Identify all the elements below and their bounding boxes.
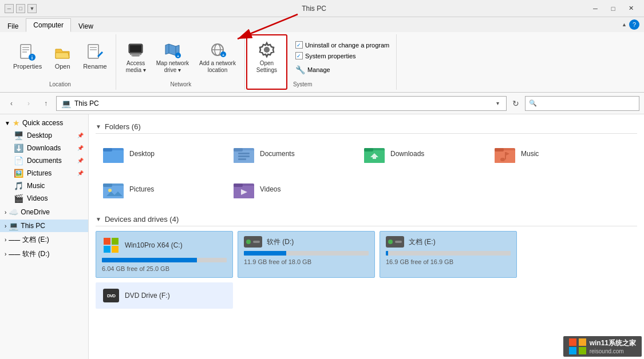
hdd-icon-e	[386, 236, 404, 248]
folder-item-desktop[interactable]: Desktop	[96, 138, 222, 169]
manage-check[interactable]: 🔧 Manage	[293, 64, 333, 75]
folder-item-music[interactable]: Music	[487, 138, 613, 169]
folders-section-header: ▼ Folders (6)	[96, 119, 637, 134]
folder-item-documents[interactable]: Documents	[226, 138, 352, 169]
ribbon-group-system: ✓ Uninstall or change a program ✓ System…	[289, 34, 397, 90]
svg-rect-31	[238, 153, 250, 154]
properties-label: Properties	[13, 63, 42, 70]
folder-item-downloads[interactable]: Downloads	[357, 138, 483, 169]
sidebar-thispc[interactable]: › 💻 This PC	[0, 220, 88, 232]
search-box[interactable]: 🔍	[525, 96, 639, 111]
location-group-items: i Properties Open Rename	[9, 37, 111, 78]
open-settings-label: OpenSettings	[256, 60, 277, 74]
folder-icon-pictures	[102, 179, 125, 200]
folder-item-pictures[interactable]: Pictures	[96, 174, 222, 205]
doc-e-label: 文档 (E:)	[22, 235, 49, 245]
maximize-button[interactable]: □	[605, 3, 622, 14]
properties-button[interactable]: i Properties	[9, 41, 46, 73]
title-bar: ─ □ ▼ This PC ─ □ ✕	[0, 0, 644, 17]
open-settings-button[interactable]: OpenSettings	[252, 38, 282, 77]
settings-icon	[258, 41, 276, 59]
uninstall-label: Uninstall or change a program	[305, 42, 389, 49]
svg-rect-53	[104, 238, 110, 245]
sidebar-item-music[interactable]: 🎵 Music	[0, 180, 88, 192]
pin-icon-desktop: 📌	[77, 133, 84, 138]
svg-rect-60	[579, 347, 586, 354]
pictures-icon: 🖼️	[14, 169, 23, 178]
soft-d-expand: ›	[5, 251, 6, 257]
rename-button[interactable]: Rename	[79, 41, 111, 73]
pin-icon-pictures: 📌	[77, 170, 84, 176]
folder-name-desktop: Desktop	[129, 150, 155, 158]
sidebar-item-documents[interactable]: 📄 Documents 📌	[0, 154, 88, 167]
sidebar-item-desktop[interactable]: 🖥️ Desktop 📌	[0, 129, 88, 142]
refresh-button[interactable]: ↻	[510, 98, 521, 109]
drive-c-progress	[102, 258, 227, 262]
drive-item-d[interactable]: 软件 (D:) 11.9 GB free of 18.0 GB	[238, 231, 375, 278]
folder-item-videos[interactable]: Videos	[226, 174, 352, 205]
svg-rect-8	[90, 49, 97, 50]
tab-file[interactable]: File	[0, 19, 26, 32]
forward-button[interactable]: ›	[22, 97, 35, 110]
drive-item-c[interactable]: Win10Pro X64 (C:) 6.04 GB free of 25.0 G…	[96, 231, 233, 278]
svg-rect-41	[495, 148, 504, 151]
drive-item-e[interactable]: 文档 (E:) 16.9 GB free of 16.9 GB	[380, 231, 517, 278]
drive-d-name: 软件 (D:)	[267, 237, 294, 247]
music-label: Music	[27, 182, 84, 190]
watermark-subtitle: reisound.com	[590, 348, 636, 354]
manage-label: Manage	[307, 66, 330, 73]
system-props-check[interactable]: ✓ System properties	[293, 51, 358, 61]
drive-item-f[interactable]: DVD DVD Drive (F:)	[96, 282, 233, 309]
minimize-button[interactable]: ─	[587, 3, 604, 14]
drive-e-name: 文档 (E:)	[409, 237, 436, 247]
watermark: win11系统之家 reisound.com	[563, 336, 642, 357]
close-button[interactable]: ✕	[622, 3, 639, 14]
drive-c-header: Win10Pro X64 (C:)	[102, 236, 227, 254]
address-dropdown-btn[interactable]: ▾	[494, 99, 501, 107]
folders-toggle[interactable]: ▼	[96, 123, 101, 130]
add-network-button[interactable]: + Add a networklocation	[195, 38, 240, 77]
sidebar-onedrive[interactable]: › ☁️ OneDrive	[0, 206, 88, 218]
back-button[interactable]: ‹	[5, 97, 18, 110]
svg-rect-2	[22, 49, 29, 50]
folder-name-pictures: Pictures	[129, 185, 154, 193]
onedrive-label: OneDrive	[21, 208, 50, 216]
thispc-icon: 💻	[9, 221, 18, 230]
svg-point-42	[500, 158, 505, 161]
svg-rect-51	[234, 184, 243, 187]
svg-rect-33	[238, 158, 246, 160]
up-button[interactable]: ↑	[39, 97, 53, 110]
ribbon-collapse-btn[interactable]: ▲	[622, 22, 627, 27]
sidebar-soft-d[interactable]: › ── 软件 (D:)	[0, 248, 88, 261]
tab-view[interactable]: View	[71, 19, 101, 32]
hdd-light-e	[388, 240, 393, 244]
sidebar-item-videos[interactable]: 🎬 Videos	[0, 192, 88, 205]
drives-grid: Win10Pro X64 (C:) 6.04 GB free of 25.0 G…	[96, 231, 637, 278]
svg-rect-55	[104, 246, 110, 253]
sidebar-item-pictures[interactable]: 🖼️ Pictures 📌	[0, 167, 88, 180]
map-network-button[interactable]: + Map networkdrive ▾	[152, 38, 193, 77]
drive-f-header: DVD DVD Drive (F:)	[102, 288, 227, 304]
access-media-button[interactable]: Accessmedia ▾	[122, 38, 150, 77]
svg-rect-30	[234, 148, 243, 151]
search-icon: 🔍	[529, 99, 537, 107]
system-props-checkbox[interactable]: ✓	[295, 52, 303, 59]
folders-grid: Desktop Documents Downloads	[96, 138, 637, 205]
map-network-icon: +	[163, 41, 181, 59]
drives-toggle[interactable]: ▼	[96, 216, 101, 222]
folder-icon-downloads	[363, 143, 386, 164]
search-input[interactable]	[539, 100, 635, 107]
help-button[interactable]: ?	[629, 19, 639, 30]
tab-computer[interactable]: Computer	[26, 18, 71, 32]
ribbon-group-network: Accessmedia ▾ + Map networkdrive ▾ + Add…	[117, 34, 245, 90]
uninstall-checkbox[interactable]: ✓	[295, 41, 303, 49]
sidebar-quick-access[interactable]: ▼ ★ Quick access	[0, 117, 88, 129]
thispc-expand: ›	[5, 223, 6, 229]
desktop-label: Desktop	[27, 131, 74, 139]
open-button[interactable]: Open	[48, 41, 77, 73]
star-icon: ★	[13, 118, 20, 127]
sidebar-doc-e[interactable]: › ── 文档 (E:)	[0, 233, 88, 246]
sidebar-item-downloads[interactable]: ⬇️ Downloads 📌	[0, 142, 88, 154]
address-box[interactable]: 💻 This PC ▾	[56, 96, 507, 111]
uninstall-check[interactable]: ✓ Uninstall or change a program	[293, 40, 392, 50]
